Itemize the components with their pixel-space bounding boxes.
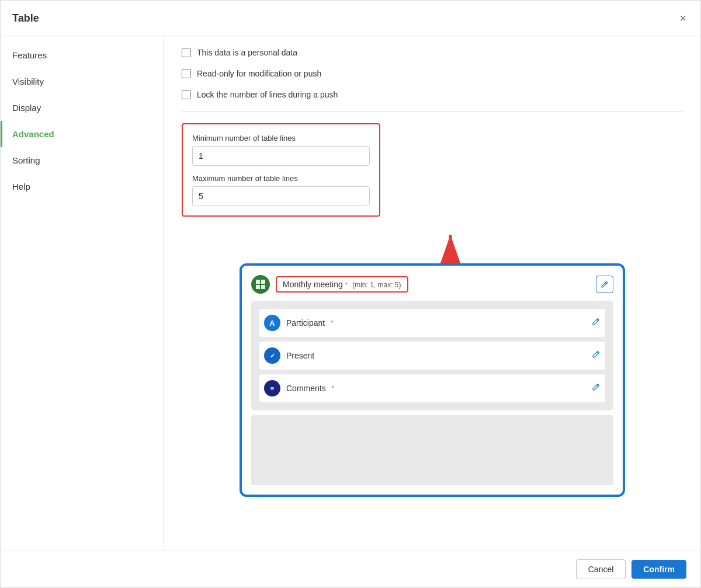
row-left: A Participant * <box>264 315 334 331</box>
sidebar: Features Visibility Display Advanced Sor… <box>1 36 164 551</box>
table-grid-icon <box>255 279 266 290</box>
participant-edit-button[interactable] <box>591 317 601 329</box>
checkbox-group: This data is a personal data Read-only f… <box>182 48 683 99</box>
main-content: This data is a personal data Read-only f… <box>164 36 700 551</box>
comments-required: * <box>332 384 335 392</box>
present-pencil-icon <box>591 350 601 359</box>
personal-data-checkbox[interactable] <box>182 48 191 57</box>
lock-lines-label: Lock the number of lines during a push <box>197 90 338 99</box>
preview-area: Monthly meeting * (min: 1, max: 5) <box>182 263 683 497</box>
comments-icon: ≡ <box>264 380 280 396</box>
close-button[interactable]: × <box>677 10 689 26</box>
participant-required: * <box>331 319 334 327</box>
dialog-body: Features Visibility Display Advanced Sor… <box>1 36 700 551</box>
lines-config-box: Minimum number of table lines Maximum nu… <box>182 123 380 217</box>
sidebar-item-help[interactable]: Help <box>1 173 164 200</box>
table-row: ≡ Comments * <box>259 374 605 402</box>
personal-data-label: This data is a personal data <box>197 48 297 57</box>
preview-header: Monthly meeting * (min: 1, max: 5) <box>251 275 613 294</box>
cancel-button[interactable]: Cancel <box>576 559 626 579</box>
present-name: Present <box>286 351 314 360</box>
comments-edit-button[interactable] <box>591 382 601 394</box>
row-left: ≡ Comments * <box>264 380 334 396</box>
comments-pencil-icon <box>591 382 601 392</box>
comments-name: Comments <box>286 384 326 393</box>
confirm-button[interactable]: Confirm <box>631 560 686 579</box>
svg-rect-4 <box>261 285 265 289</box>
sidebar-item-advanced[interactable]: Advanced <box>1 121 164 147</box>
checkbox-lock-lines[interactable]: Lock the number of lines during a push <box>182 90 683 99</box>
dialog-footer: Cancel Confirm <box>1 551 700 587</box>
sidebar-item-visibility[interactable]: Visibility <box>1 68 164 95</box>
svg-line-7 <box>597 352 599 354</box>
row-left: ✓ Present <box>264 347 314 364</box>
present-icon: ✓ <box>264 347 280 364</box>
svg-rect-1 <box>256 280 260 284</box>
sidebar-item-sorting[interactable]: Sorting <box>1 147 164 173</box>
dialog-title: Table <box>12 12 39 25</box>
checkbox-read-only[interactable]: Read-only for modification or push <box>182 69 683 78</box>
svg-line-6 <box>597 319 599 321</box>
dialog-header: Table × <box>1 1 700 36</box>
required-asterisk: * <box>345 281 348 289</box>
table-row: A Participant * <box>259 309 605 337</box>
svg-rect-2 <box>261 280 265 284</box>
svg-rect-3 <box>256 285 260 289</box>
min-lines-label: Minimum number of table lines <box>192 134 370 142</box>
preview-hint: (min: 1, max: 5) <box>352 281 401 289</box>
checkbox-personal-data[interactable]: This data is a personal data <box>182 48 683 57</box>
preview-title-box: Monthly meeting * (min: 1, max: 5) <box>276 276 408 293</box>
preview-card: Monthly meeting * (min: 1, max: 5) <box>240 263 625 497</box>
preview-table-name: Monthly meeting <box>283 280 343 289</box>
present-edit-button[interactable] <box>591 350 601 361</box>
max-lines-label: Maximum number of table lines <box>192 174 370 183</box>
table-dialog: Table × Features Visibility Display Adva… <box>0 0 701 588</box>
table-icon-circle <box>251 275 270 294</box>
min-lines-input[interactable] <box>192 146 370 166</box>
lock-lines-checkbox[interactable] <box>182 90 191 99</box>
max-lines-input[interactable] <box>192 186 370 206</box>
read-only-checkbox[interactable] <box>182 69 191 78</box>
preview-header-left: Monthly meeting * (min: 1, max: 5) <box>251 275 408 294</box>
sidebar-item-display[interactable]: Display <box>1 95 164 121</box>
svg-line-5 <box>605 283 606 284</box>
preview-table-area: A Participant * <box>251 301 613 410</box>
read-only-label: Read-only for modification or push <box>197 69 321 78</box>
pencil-icon <box>601 280 609 288</box>
table-row: ✓ Present <box>259 342 605 370</box>
divider <box>182 111 683 112</box>
svg-line-8 <box>597 385 599 387</box>
participant-pencil-icon <box>591 317 601 326</box>
participant-name: Participant <box>286 318 325 328</box>
preview-bottom-area <box>251 415 613 485</box>
participant-icon: A <box>264 315 280 331</box>
preview-table-edit-button[interactable] <box>596 276 613 293</box>
sidebar-item-features[interactable]: Features <box>1 42 164 68</box>
